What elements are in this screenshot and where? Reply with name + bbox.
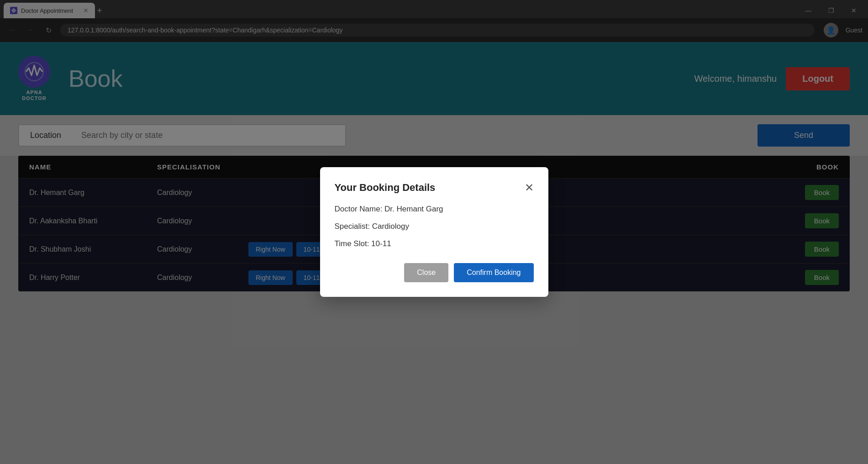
modal-overlay: Your Booking Details ✕ Doctor Name: Dr. … bbox=[0, 0, 868, 464]
modal-close-icon[interactable]: ✕ bbox=[525, 182, 534, 193]
modal-body: Doctor Name: Dr. Hemant Garg Specialist:… bbox=[335, 205, 534, 248]
modal-title: Your Booking Details bbox=[335, 182, 436, 194]
modal-timeslot: Time Slot: 10-11 bbox=[335, 239, 534, 248]
modal-footer: Close Confirm Booking bbox=[335, 263, 534, 282]
modal-header: Your Booking Details ✕ bbox=[335, 182, 534, 194]
modal-specialist: Specialist: Cardiology bbox=[335, 222, 534, 231]
booking-modal: Your Booking Details ✕ Doctor Name: Dr. … bbox=[320, 167, 548, 297]
app-container: APNA DOCTOR Book Welcome, himanshu Logou… bbox=[0, 42, 868, 464]
modal-doctor-name: Doctor Name: Dr. Hemant Garg bbox=[335, 205, 534, 214]
modal-close-button[interactable]: Close bbox=[404, 263, 448, 282]
confirm-booking-button[interactable]: Confirm Booking bbox=[454, 263, 533, 282]
